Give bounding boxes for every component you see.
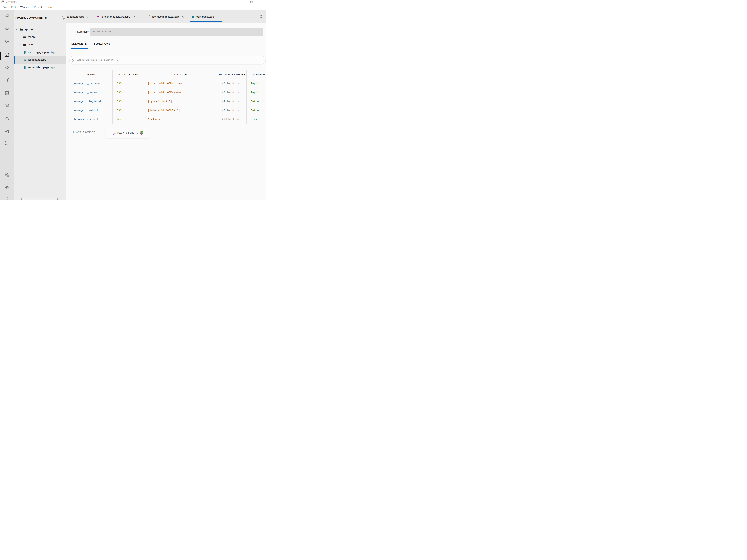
table-header-row: NAMELOCATOR TYPELOCATORBACKUP LOCATORSEL… [70, 70, 266, 79]
element-name-cell[interactable]: DevAssure_email_e… [70, 115, 112, 124]
function-f-icon[interactable]: f [4, 78, 9, 83]
app-logo-icon: DA [1, 0, 4, 3]
sidebar-bottom-button[interactable] [21, 198, 58, 199]
web-page-icon [23, 58, 26, 61]
tree-item-testmobile-mpage-tspp[interactable]: testmobile.mpage.tspp [14, 63, 66, 71]
locator-cell: [placeholder='Username'] [144, 79, 218, 88]
backup-locators-cell[interactable]: +7 locators [218, 106, 247, 115]
refresh-icon[interactable] [259, 15, 263, 18]
backup-locators-cell[interactable]: +4 locators [218, 97, 247, 106]
cloud-icon[interactable] [4, 116, 9, 121]
close-tab-icon[interactable] [133, 16, 135, 18]
tab-afw-dpc-mobile-tc-tspp[interactable]: afw-dpc.mobile.tc.tspp [148, 10, 184, 23]
element-type-cell: Button [247, 97, 266, 106]
column-header-locator: LOCATOR [144, 70, 218, 79]
menu-item-edit[interactable]: Edit [11, 5, 16, 8]
pick-element-button[interactable]: Pick element [106, 128, 149, 138]
close-tab-icon[interactable] [87, 16, 89, 18]
collapse-sidebar-button[interactable] [61, 16, 65, 20]
menu-item-window[interactable]: Window [20, 5, 29, 8]
minimize-button[interactable] [240, 1, 242, 3]
element-type-cell: Input [247, 88, 266, 97]
tab-elements[interactable]: ELEMENTS [71, 42, 87, 46]
tree-item-label: login.page.tspp [28, 58, 46, 61]
backup-locators-cell[interactable]: +3 locators [218, 79, 247, 88]
burst-star-icon[interactable] [4, 27, 9, 32]
editor-area: os.feature.tspplp_elements.feature.tsppa… [66, 10, 266, 199]
element-name-cell[interactable]: orangehr_username [70, 79, 112, 88]
sidebar: PAGES, COMPONENTS api_testmobilewebdirec… [14, 10, 66, 199]
mobile-page-icon [23, 66, 26, 69]
tree-item-directorypg-mpage-tspp[interactable]: directorypg.mpage.tspp [14, 48, 66, 56]
locator-type-cell: CSS [112, 88, 144, 97]
tree-item-mobile[interactable]: mobile [14, 33, 66, 41]
table-row: orangehr_usernameCSS[placeholder='Userna… [70, 79, 266, 88]
close-tab-icon[interactable] [217, 16, 219, 18]
summary-label: Summary: [76, 30, 89, 33]
browser-window-icon[interactable] [4, 52, 9, 57]
box-icon[interactable] [4, 90, 9, 96]
backup-locators-cell[interactable]: Add backups [218, 115, 247, 124]
tab-lp-elements-feature-tspp[interactable]: lp_elements.feature.tspp [97, 10, 135, 23]
search-input[interactable] [77, 56, 263, 63]
close-button[interactable] [260, 1, 263, 3]
chevron-down-icon[interactable] [15, 28, 18, 31]
gear-icon[interactable] [4, 184, 9, 189]
mobile-page-icon [23, 51, 26, 54]
tree-item-label: mobile [28, 35, 36, 38]
folder-icon [23, 35, 26, 39]
user-icon[interactable] [4, 196, 9, 199]
add-element-button[interactable]: + Add Element [73, 131, 95, 134]
search-box [69, 56, 266, 64]
element-type-cell: Button [247, 106, 266, 115]
tab-label: lp_elements.feature.tspp [101, 15, 130, 18]
tab-functions[interactable]: FUNCTIONS [94, 42, 110, 46]
menu-item-file[interactable]: File [3, 5, 7, 8]
menu-item-project[interactable]: Project [34, 5, 42, 8]
git-branch-icon[interactable] [4, 141, 9, 146]
backup-locators-cell[interactable]: +3 locators [218, 88, 247, 97]
folder-icon [20, 28, 23, 31]
burst-magenta-icon [97, 15, 99, 18]
locator-cell: [data-v-10d463b7=''] [144, 106, 218, 115]
element-name-cell[interactable]: orangehr_submit [70, 106, 112, 115]
view-tabs: ELEMENTSFUNCTIONS [71, 42, 110, 46]
restore-button[interactable] [250, 1, 253, 3]
menu-item-help[interactable]: Help [47, 5, 52, 8]
code-brackets-icon[interactable] [4, 65, 9, 70]
tree-item-web[interactable]: web [14, 41, 66, 48]
tabs-divider [66, 52, 266, 52]
table-row: orangehr_passwordCSS[placeholder='Passwo… [70, 88, 266, 97]
mobile-green-icon [148, 15, 151, 18]
table-row: orangehr_submitCSS[data-v-10d463b7='']+7… [70, 106, 266, 115]
locator-cell: [type='submit'] [144, 97, 218, 106]
tree-item-api-test[interactable]: api_test [14, 26, 66, 33]
activity-bar: f [0, 10, 14, 199]
close-tab-icon[interactable] [182, 16, 184, 18]
import-file-icon[interactable] [4, 129, 9, 134]
app-title: DevAssure [6, 1, 17, 3]
chevron-right-icon[interactable] [18, 43, 21, 46]
element-type-cell: Input [247, 79, 266, 88]
column-header-element-type: ELEMENT TYPE [247, 70, 266, 79]
chrome-icon [140, 131, 143, 135]
tab-label: afw-dpc.mobile.tc.tspp [152, 15, 179, 18]
cursor-click-icon [111, 131, 115, 135]
search-icon [72, 58, 75, 62]
tab-label: os.feature.tspp [67, 15, 84, 18]
element-name-cell[interactable]: orangehr_loginbut… [70, 97, 112, 106]
file-tree: api_testmobilewebdirectorypg.mpage.tsppl… [14, 26, 66, 71]
tab-os-feature-tspp[interactable]: os.feature.tspp [67, 10, 89, 23]
tab-login-page-tspp[interactable]: login.page.tspp [191, 10, 219, 23]
table-row: DevAssure_email_e…textDevAssureAdd backu… [70, 115, 266, 124]
checklist-icon[interactable] [4, 39, 9, 44]
tree-item-login-page-tspp[interactable]: login.page.tspp [14, 56, 66, 63]
package-gear-icon[interactable] [4, 172, 9, 177]
chevron-right-icon[interactable] [18, 35, 21, 38]
tree-item-label: web [28, 43, 33, 46]
presentation-board-icon[interactable] [4, 13, 9, 18]
element-name-cell[interactable]: orangehr_password [70, 88, 112, 97]
page-editor-panel: Summary: ELEMENTSFUNCTIONS NAMELOCATOR T… [66, 23, 266, 199]
summary-input[interactable] [90, 28, 263, 36]
form-card-icon[interactable] [4, 103, 9, 108]
